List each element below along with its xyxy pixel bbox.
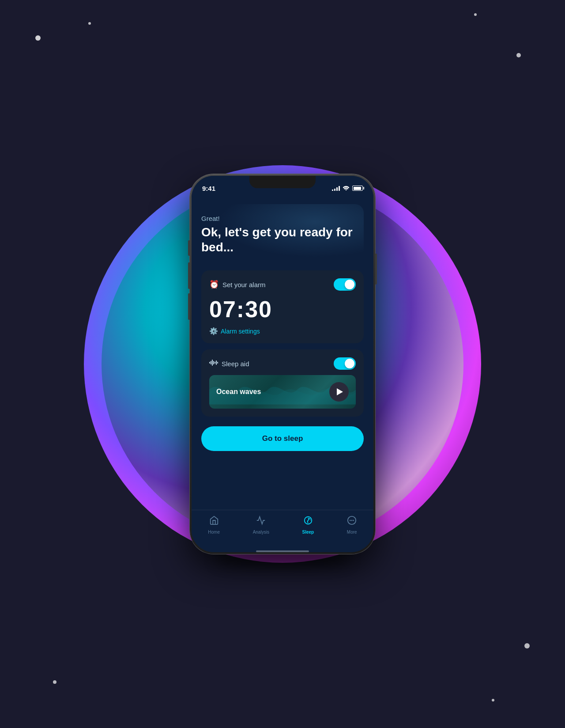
analysis-icon	[256, 516, 266, 528]
alarm-settings-link[interactable]: ⚙️ Alarm settings	[209, 327, 356, 335]
volume-up-button	[188, 262, 190, 289]
sparkle-7	[492, 699, 494, 701]
svg-rect-6	[217, 362, 218, 364]
sparkle-4	[474, 13, 477, 16]
bottom-nav: Home Analysis	[192, 510, 373, 549]
signal-bar-4	[339, 186, 340, 191]
nav-label-home: Home	[208, 530, 220, 535]
svg-rect-1	[211, 361, 211, 364]
status-bar: 9:41	[192, 176, 373, 195]
power-button	[375, 254, 377, 284]
go-to-sleep-button[interactable]: Go to sleep	[201, 426, 364, 451]
svg-rect-4	[215, 362, 215, 364]
svg-rect-0	[209, 362, 210, 364]
sparkle-3	[516, 53, 521, 57]
signal-bar-3	[336, 187, 338, 191]
svg-point-9	[310, 519, 311, 520]
sleep-aid-card-title: Sleep aid	[222, 360, 249, 368]
wifi-icon	[343, 185, 350, 192]
alarm-card-title: Set your alarm	[222, 281, 266, 288]
volume-down-button	[188, 293, 190, 320]
alarm-card: ⏰ Set your alarm 07:30 ⚙️ Alarm settings	[201, 270, 364, 343]
sleep-aid-track-name: Ocean waves	[216, 388, 261, 396]
svg-point-13	[353, 520, 354, 521]
notch	[249, 176, 316, 188]
screen-content: Great! Ok, let's get you ready for bed..…	[192, 195, 373, 510]
svg-rect-2	[212, 360, 213, 366]
phone-wrapper: 9:41	[190, 174, 375, 554]
nav-item-more[interactable]: More	[342, 514, 362, 536]
nav-item-sleep[interactable]: Sleep	[297, 514, 320, 536]
header-section: Great! Ok, let's get you ready for bed..…	[201, 204, 364, 263]
phone-frame: 9:41	[190, 174, 375, 554]
alarm-clock-icon: ⏰	[209, 280, 219, 289]
nav-item-home[interactable]: Home	[203, 514, 225, 536]
sparkle-5	[53, 680, 56, 684]
play-icon	[337, 388, 343, 395]
nav-item-analysis[interactable]: Analysis	[248, 514, 275, 536]
mute-switch	[188, 240, 190, 256]
nav-label-sleep: Sleep	[302, 530, 314, 535]
sleep-aid-title-row: Sleep aid	[209, 359, 249, 368]
alarm-toggle[interactable]	[334, 278, 356, 291]
nav-label-more: More	[347, 530, 357, 535]
home-icon	[209, 516, 219, 528]
alarm-settings-label: Alarm settings	[221, 328, 260, 335]
nav-label-analysis: Analysis	[253, 530, 269, 535]
signal-bars-icon	[332, 186, 340, 191]
sleep-aid-track: Ocean waves	[209, 375, 356, 409]
alarm-time-display[interactable]: 07:30	[209, 296, 356, 322]
svg-point-8	[309, 518, 310, 519]
status-icons	[332, 185, 363, 192]
svg-rect-5	[216, 360, 217, 365]
alarm-card-header: ⏰ Set your alarm	[209, 278, 356, 291]
sleep-aid-toggle[interactable]	[334, 357, 356, 370]
home-indicator	[256, 550, 309, 552]
greeting-small: Great!	[201, 215, 364, 222]
sparkle-2	[88, 22, 91, 25]
more-icon	[347, 516, 357, 528]
battery-fill	[354, 187, 361, 190]
alarm-title-row: ⏰ Set your alarm	[209, 280, 266, 289]
settings-gear-icon: ⚙️	[209, 327, 218, 335]
signal-bar-1	[332, 190, 333, 191]
sleep-aid-header: Sleep aid	[209, 357, 356, 370]
svg-rect-3	[213, 361, 214, 364]
waveform-icon	[209, 359, 218, 368]
sleep-icon	[303, 516, 313, 528]
sleep-aid-toggle-knob	[345, 359, 354, 368]
svg-point-11	[350, 520, 351, 521]
status-time: 9:41	[202, 185, 215, 192]
battery-icon	[352, 186, 363, 191]
greeting-large: Ok, let's get you ready for bed...	[201, 225, 364, 254]
alarm-toggle-knob	[345, 280, 354, 289]
sparkle-1	[35, 35, 41, 41]
phone-screen: 9:41	[192, 176, 373, 552]
signal-bar-2	[334, 189, 335, 191]
sleep-aid-card: Sleep aid Ocean waves	[201, 349, 364, 417]
svg-point-12	[351, 520, 353, 521]
play-button[interactable]	[329, 382, 349, 402]
sparkle-6	[524, 643, 530, 648]
